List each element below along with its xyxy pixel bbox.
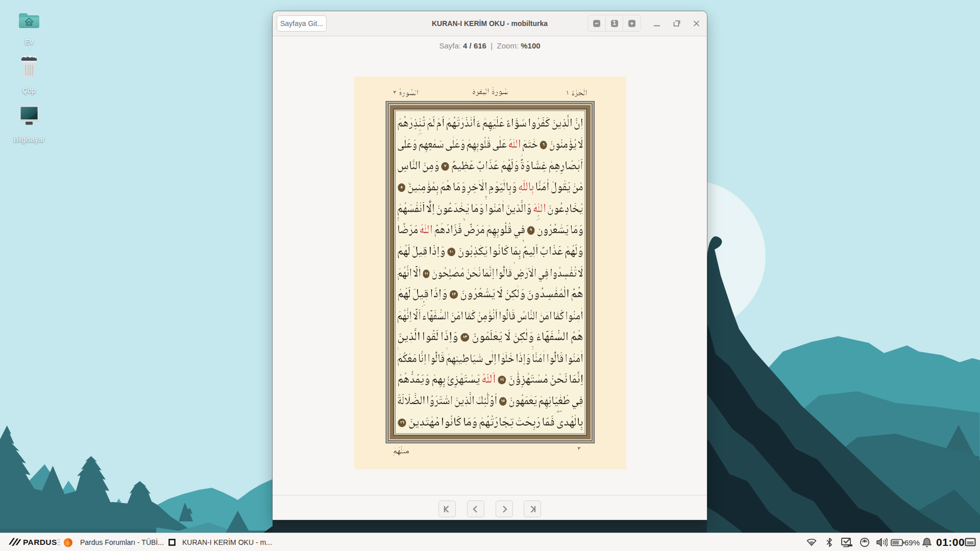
svg-text:PARDUS: PARDUS bbox=[23, 538, 57, 546]
